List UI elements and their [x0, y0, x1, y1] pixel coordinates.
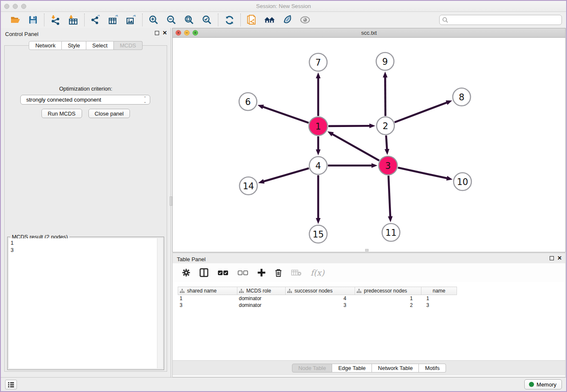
- close-table-panel-icon[interactable]: ✕: [557, 256, 562, 260]
- tab-network[interactable]: Network: [29, 41, 62, 50]
- panel-divider-handle[interactable]: [170, 196, 172, 206]
- graph-node-label-10: 10: [457, 177, 468, 187]
- export-network-icon[interactable]: [90, 14, 101, 25]
- mcds-result-group: MCDS result (2 nodes) 1 3: [7, 237, 164, 370]
- graph-edge-2-3[interactable]: [386, 135, 387, 150]
- graph-edge-3-10[interactable]: [398, 168, 448, 179]
- tab-mcds[interactable]: MCDS: [114, 41, 142, 50]
- graph-edge-1-6[interactable]: [262, 107, 308, 123]
- graph-edge-3-11[interactable]: [388, 176, 390, 218]
- result-scrollbar[interactable]: [157, 238, 162, 368]
- float-table-panel-icon[interactable]: [550, 256, 554, 260]
- graph-edge-2-9[interactable]: [385, 76, 385, 116]
- canvas-resize-handle[interactable]: [365, 249, 369, 251]
- graph-node-label-8: 8: [459, 92, 464, 102]
- edge-arrowhead: [316, 218, 320, 224]
- float-panel-icon[interactable]: [155, 31, 159, 35]
- export-image-icon[interactable]: [126, 14, 137, 25]
- graph-node-label-1: 1: [315, 121, 321, 132]
- duplicate-network-icon[interactable]: [246, 14, 257, 25]
- table-cell[interactable]: 1: [421, 295, 457, 302]
- tab-network-table[interactable]: Network Table: [372, 364, 419, 373]
- network-window-titlebar[interactable]: × − + scc.txt: [173, 28, 565, 38]
- table-cell[interactable]: 1: [355, 295, 421, 302]
- graph-edge-4-14[interactable]: [263, 168, 309, 182]
- edge-arrowhead: [446, 100, 452, 105]
- tab-select[interactable]: Select: [86, 41, 114, 50]
- column-header-MCDS-role[interactable]: MCDS role: [237, 287, 286, 295]
- open-session-icon[interactable]: [10, 14, 21, 25]
- gear-icon[interactable]: [182, 268, 190, 277]
- delete-table-icon[interactable]: [291, 269, 302, 276]
- import-table-icon[interactable]: [68, 14, 79, 25]
- run-mcds-button[interactable]: Run MCDS: [41, 109, 82, 118]
- search-input[interactable]: [439, 15, 562, 25]
- task-history-button[interactable]: [5, 380, 17, 389]
- graph-edge-2-8[interactable]: [395, 102, 448, 122]
- column-header-successor-nodes[interactable]: successor nodes: [286, 287, 355, 295]
- table-panel-header: Table Panel ✕: [173, 253, 565, 263]
- table-cell[interactable]: 3: [286, 302, 355, 309]
- graph-edge-1-2[interactable]: [328, 126, 371, 126]
- eye-icon[interactable]: [300, 14, 311, 25]
- zoom-in-icon[interactable]: [148, 14, 159, 25]
- graph-node-label-6: 6: [245, 97, 250, 107]
- table-row[interactable]: 3dominator323: [178, 302, 457, 309]
- function-icon[interactable]: f(x): [311, 268, 325, 277]
- optimization-criterion-dropdown[interactable]: strongly connected component ⌃⌄: [20, 95, 150, 105]
- memory-button[interactable]: Memory: [524, 379, 562, 389]
- graph[interactable]: 7968124314101511: [173, 38, 566, 252]
- network-canvas[interactable]: 7968124314101511: [173, 38, 565, 252]
- column-header-shared-name[interactable]: shared name: [178, 287, 237, 295]
- node-table[interactable]: shared nameMCDS rolesuccessor nodesprede…: [178, 287, 457, 309]
- edge-arrowhead: [446, 176, 453, 181]
- columns-icon[interactable]: [199, 268, 209, 277]
- table-tabs-strip: Node TableEdge TableNetwork TableMotifs: [173, 360, 565, 375]
- close-panel-icon[interactable]: ✕: [162, 31, 167, 35]
- refresh-icon[interactable]: [224, 14, 235, 25]
- zoom-selected-icon[interactable]: [201, 14, 212, 25]
- export-table-icon[interactable]: [108, 14, 119, 25]
- tab-edge-table[interactable]: Edge Table: [332, 364, 372, 373]
- table-cell[interactable]: 1: [178, 295, 237, 302]
- dropdown-value: strongly connected component: [26, 97, 101, 103]
- table-toolbar: f(x): [173, 263, 565, 282]
- style-brush-icon[interactable]: [282, 14, 293, 25]
- zoom-fit-icon[interactable]: [184, 14, 195, 25]
- titlebar: Session: New Session: [1, 1, 566, 12]
- table-row[interactable]: 1dominator411: [178, 295, 457, 302]
- optimization-criterion-label: Optimization criterion:: [5, 86, 167, 92]
- tab-node-table[interactable]: Node Table: [292, 364, 333, 373]
- network-window-title: scc.txt: [173, 30, 565, 36]
- edge-arrowhead: [383, 72, 388, 77]
- delete-icon[interactable]: [275, 268, 282, 277]
- tab-motifs[interactable]: Motifs: [419, 364, 446, 373]
- mcds-result-textarea[interactable]: 1 3: [9, 238, 162, 368]
- table-cell[interactable]: 4: [286, 295, 355, 302]
- chevron-up-down-icon: ⌃⌄: [143, 96, 146, 104]
- close-panel-button[interactable]: Close panel: [88, 109, 130, 118]
- column-header-name[interactable]: name: [421, 287, 457, 295]
- graph-node-label-9: 9: [382, 57, 388, 67]
- import-network-icon[interactable]: [50, 14, 61, 25]
- edge-arrowhead: [388, 216, 393, 222]
- save-session-icon[interactable]: [28, 14, 39, 25]
- show-networks-icon[interactable]: [264, 14, 275, 25]
- deselect-all-icon[interactable]: [237, 270, 248, 276]
- tab-style[interactable]: Style: [62, 41, 86, 50]
- graph-edge-3-1[interactable]: [331, 134, 379, 161]
- control-panel: Control Panel ✕ NetworkStyleSelectMCDS O…: [1, 28, 171, 377]
- column-header-predecessor-nodes[interactable]: predecessor nodes: [355, 287, 421, 295]
- table-cell[interactable]: dominator: [237, 295, 286, 302]
- select-all-icon[interactable]: [217, 270, 228, 276]
- memory-label: Memory: [537, 381, 556, 388]
- table-cell[interactable]: 3: [421, 302, 457, 309]
- zoom-out-icon[interactable]: [166, 14, 177, 25]
- edge-arrowhead: [258, 105, 264, 109]
- graph-node-label-15: 15: [313, 229, 324, 240]
- table-cell[interactable]: dominator: [237, 302, 286, 309]
- table-cell[interactable]: 2: [355, 302, 421, 309]
- add-icon[interactable]: [257, 268, 266, 277]
- table-cell[interactable]: 3: [178, 302, 237, 309]
- table-panel: Table Panel ✕: [172, 253, 566, 377]
